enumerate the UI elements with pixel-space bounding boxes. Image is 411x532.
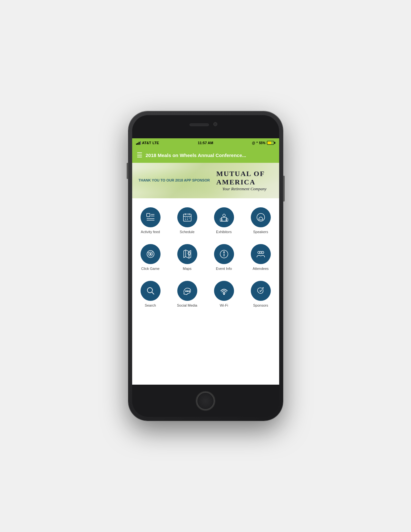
speakers-label: Speakers [253, 230, 268, 234]
app-header: ☰ 2018 Meals on Wheels Annual Conference… [132, 147, 279, 163]
svg-point-31 [188, 252, 191, 255]
svg-point-14 [223, 214, 225, 217]
carrier-label: AT&T [142, 141, 152, 145]
social-media-icon-circle [177, 281, 197, 301]
home-button[interactable] [197, 392, 214, 410]
battery-body [267, 141, 274, 145]
menu-item-exhibitors[interactable]: Exhibitors [206, 202, 242, 238]
attendees-label: Attendees [253, 267, 269, 271]
menu-item-click-game[interactable]: Click Game [132, 238, 169, 275]
attendees-icon-circle [251, 244, 271, 264]
svg-point-41 [185, 291, 186, 292]
schedule-label: Schedule [180, 230, 195, 234]
search-icon [145, 286, 156, 296]
maps-icon-circle [177, 244, 197, 264]
activity-feed-label: Activity feed [141, 230, 160, 234]
svg-line-26 [148, 252, 149, 253]
signal-bar-3 [139, 142, 140, 145]
attendees-icon [256, 249, 266, 259]
search-icon-circle [141, 281, 161, 301]
svg-point-42 [187, 291, 188, 292]
svg-point-25 [150, 253, 151, 255]
signal-bar-4 [140, 141, 141, 145]
sponsor-name: Mutual of America [216, 170, 273, 186]
speakers-icon [256, 212, 266, 222]
menu-item-activity-feed[interactable]: Activity feed [132, 202, 169, 238]
svg-point-43 [189, 291, 190, 292]
activity-feed-icon [145, 212, 156, 222]
time-label: 11:57 AM [198, 141, 213, 145]
sponsor-thank-you: THANK YOU TO OUR 2018 APP SPONSOR [139, 178, 210, 183]
svg-rect-18 [226, 219, 228, 221]
schedule-icon-circle [177, 207, 197, 227]
menu-grid: Activity feed [132, 198, 279, 315]
phone-bottom [132, 385, 279, 417]
status-left: AT&T LTE [136, 141, 159, 145]
exhibitors-icon-circle [214, 207, 234, 227]
bluetooth-icon: * [257, 141, 258, 145]
sponsor-logo: Mutual of America Your Retirement Compan… [216, 170, 273, 192]
speaker [190, 123, 209, 126]
svg-rect-5 [183, 214, 191, 221]
sponsors-icon-circle [251, 281, 271, 301]
svg-line-27 [152, 251, 153, 252]
status-right: @ * 55% [252, 141, 275, 145]
click-game-label: Click Game [141, 267, 160, 271]
menu-item-schedule[interactable]: Schedule [169, 202, 206, 238]
battery-percent: 55% [259, 141, 265, 145]
maps-icon [182, 249, 192, 259]
sponsor-banner: THANK YOU TO OUR 2018 APP SPONSOR Mutual… [132, 163, 279, 198]
menu-item-attendees[interactable]: Attendees [242, 238, 279, 275]
search-label: Search [145, 303, 156, 307]
exhibitors-icon [219, 212, 229, 222]
app-title: 2018 Meals on Wheels Annual Conference..… [146, 153, 246, 158]
event-info-icon [219, 249, 229, 259]
camera [213, 122, 217, 126]
phone-device: AT&T LTE 11:57 AM @ * 55% [128, 111, 283, 421]
battery-fill [268, 142, 271, 144]
sponsor-tagline: Your Retirement Company [222, 186, 267, 192]
event-info-icon-circle [214, 244, 234, 264]
wifi-status-icon: @ [252, 141, 255, 145]
schedule-icon [182, 212, 192, 222]
signal-bars [136, 141, 141, 145]
social-media-label: Social Media [177, 303, 197, 307]
sponsors-icon [256, 286, 266, 296]
wifi-icon [219, 286, 229, 296]
battery-indicator [267, 141, 275, 145]
social-media-icon [182, 286, 192, 296]
menu-item-social-media[interactable]: Social Media [169, 275, 206, 312]
svg-line-40 [152, 292, 154, 294]
menu-item-maps[interactable]: Maps [169, 238, 206, 275]
maps-label: Maps [183, 267, 191, 271]
menu-item-speakers[interactable]: Speakers [242, 202, 279, 238]
click-game-icon [145, 249, 156, 259]
menu-item-wifi[interactable]: Wi-Fi [206, 275, 242, 312]
menu-item-search[interactable]: Search [132, 275, 169, 312]
wifi-icon-circle [214, 281, 234, 301]
menu-icon[interactable]: ☰ [137, 151, 142, 159]
signal-bar-2 [137, 143, 138, 145]
svg-rect-0 [147, 213, 150, 217]
speakers-icon-circle [251, 207, 271, 227]
svg-marker-28 [184, 250, 191, 258]
signal-bar-1 [136, 143, 137, 145]
exhibitors-label: Exhibitors [216, 230, 231, 234]
click-game-icon-circle [141, 244, 161, 264]
wifi-label: Wi-Fi [220, 303, 228, 307]
phone-inner: AT&T LTE 11:57 AM @ * 55% [132, 115, 279, 417]
activity-feed-icon-circle [141, 207, 161, 227]
menu-item-sponsors[interactable]: Sponsors [242, 275, 279, 312]
svg-point-39 [147, 288, 152, 293]
svg-rect-17 [220, 219, 222, 221]
network-label: LTE [152, 141, 159, 145]
menu-item-event-info[interactable]: Event Info [206, 238, 242, 275]
event-info-label: Event Info [216, 267, 232, 271]
sponsors-label: Sponsors [253, 303, 268, 307]
phone-top-bar [132, 115, 279, 141]
svg-point-35 [223, 252, 224, 253]
svg-point-44 [223, 293, 225, 295]
status-bar: AT&T LTE 11:57 AM @ * 55% [132, 138, 279, 147]
battery-tip [274, 142, 275, 144]
screen: AT&T LTE 11:57 AM @ * 55% [132, 138, 279, 385]
